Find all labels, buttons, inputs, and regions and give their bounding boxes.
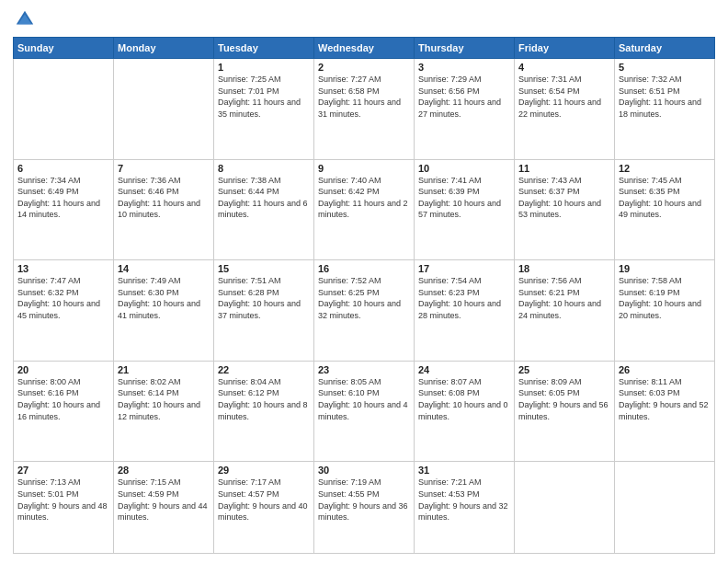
calendar-cell: 28Sunrise: 7:15 AM Sunset: 4:59 PM Dayli… [114, 462, 214, 554]
calendar-cell: 23Sunrise: 8:05 AM Sunset: 6:10 PM Dayli… [314, 361, 415, 462]
day-info: Sunrise: 8:05 AM Sunset: 6:10 PM Dayligh… [318, 376, 410, 422]
calendar-cell: 29Sunrise: 7:17 AM Sunset: 4:57 PM Dayli… [214, 462, 314, 554]
day-info: Sunrise: 7:58 AM Sunset: 6:19 PM Dayligh… [619, 275, 711, 321]
day-number: 4 [518, 62, 610, 73]
weekday-header-monday: Monday [114, 38, 214, 59]
day-number: 19 [619, 263, 711, 274]
day-number: 21 [118, 364, 210, 375]
day-info: Sunrise: 8:11 AM Sunset: 6:03 PM Dayligh… [619, 376, 711, 422]
day-info: Sunrise: 7:49 AM Sunset: 6:30 PM Dayligh… [118, 275, 210, 321]
day-info: Sunrise: 8:09 AM Sunset: 6:05 PM Dayligh… [518, 376, 610, 422]
calendar-cell: 27Sunrise: 7:13 AM Sunset: 5:01 PM Dayli… [14, 462, 114, 554]
weekday-header-wednesday: Wednesday [314, 38, 415, 59]
day-number: 29 [218, 465, 310, 476]
calendar-cell: 2Sunrise: 7:27 AM Sunset: 6:58 PM Daylig… [314, 59, 415, 160]
weekday-header-sunday: Sunday [14, 38, 114, 59]
day-info: Sunrise: 7:51 AM Sunset: 6:28 PM Dayligh… [218, 275, 310, 321]
day-info: Sunrise: 7:32 AM Sunset: 6:51 PM Dayligh… [619, 74, 711, 120]
day-number: 23 [318, 364, 410, 375]
calendar-week-2: 6Sunrise: 7:34 AM Sunset: 6:49 PM Daylig… [14, 159, 715, 260]
day-info: Sunrise: 7:47 AM Sunset: 6:32 PM Dayligh… [17, 275, 109, 321]
day-number: 25 [518, 364, 610, 375]
calendar-cell: 4Sunrise: 7:31 AM Sunset: 6:54 PM Daylig… [515, 59, 615, 160]
calendar-cell: 24Sunrise: 8:07 AM Sunset: 6:08 PM Dayli… [415, 361, 515, 462]
day-number: 9 [318, 163, 410, 174]
calendar-cell: 30Sunrise: 7:19 AM Sunset: 4:55 PM Dayli… [314, 462, 415, 554]
logo [13, 9, 35, 29]
day-number: 7 [118, 163, 210, 174]
calendar-cell: 18Sunrise: 7:56 AM Sunset: 6:21 PM Dayli… [515, 260, 615, 362]
day-number: 11 [518, 163, 610, 174]
calendar-cell: 26Sunrise: 8:11 AM Sunset: 6:03 PM Dayli… [615, 361, 715, 462]
day-number: 26 [619, 364, 711, 375]
day-info: Sunrise: 7:54 AM Sunset: 6:23 PM Dayligh… [418, 275, 510, 321]
calendar-cell: 14Sunrise: 7:49 AM Sunset: 6:30 PM Dayli… [114, 260, 214, 362]
calendar-week-3: 13Sunrise: 7:47 AM Sunset: 6:32 PM Dayli… [14, 260, 715, 362]
day-number: 6 [17, 163, 109, 174]
calendar-cell: 25Sunrise: 8:09 AM Sunset: 6:05 PM Dayli… [515, 361, 615, 462]
calendar-cell: 7Sunrise: 7:36 AM Sunset: 6:46 PM Daylig… [114, 159, 214, 260]
day-number: 12 [619, 163, 711, 174]
day-number: 31 [418, 465, 510, 476]
day-number: 3 [418, 62, 510, 73]
calendar-cell: 17Sunrise: 7:54 AM Sunset: 6:23 PM Dayli… [415, 260, 515, 362]
day-info: Sunrise: 7:43 AM Sunset: 6:37 PM Dayligh… [518, 175, 610, 221]
day-info: Sunrise: 7:41 AM Sunset: 6:39 PM Dayligh… [418, 175, 510, 221]
day-number: 22 [218, 364, 310, 375]
header [13, 9, 715, 29]
day-number: 20 [17, 364, 109, 375]
day-info: Sunrise: 7:13 AM Sunset: 5:01 PM Dayligh… [17, 477, 109, 523]
day-info: Sunrise: 7:17 AM Sunset: 4:57 PM Dayligh… [218, 477, 310, 523]
weekday-header-friday: Friday [515, 38, 615, 59]
calendar-week-1: 1Sunrise: 7:25 AM Sunset: 7:01 PM Daylig… [14, 59, 715, 160]
day-number: 17 [418, 263, 510, 274]
calendar-cell: 21Sunrise: 8:02 AM Sunset: 6:14 PM Dayli… [114, 361, 214, 462]
calendar-cell: 9Sunrise: 7:40 AM Sunset: 6:42 PM Daylig… [314, 159, 415, 260]
day-number: 27 [17, 465, 109, 476]
day-number: 10 [418, 163, 510, 174]
calendar-cell: 19Sunrise: 7:58 AM Sunset: 6:19 PM Dayli… [615, 260, 715, 362]
day-info: Sunrise: 7:21 AM Sunset: 4:53 PM Dayligh… [418, 477, 510, 523]
weekday-header-tuesday: Tuesday [214, 38, 314, 59]
weekday-header-row: SundayMondayTuesdayWednesdayThursdayFrid… [14, 38, 715, 59]
weekday-header-saturday: Saturday [615, 38, 715, 59]
calendar-cell [615, 462, 715, 554]
day-number: 24 [418, 364, 510, 375]
day-info: Sunrise: 7:27 AM Sunset: 6:58 PM Dayligh… [318, 74, 410, 120]
day-number: 28 [118, 465, 210, 476]
calendar-cell: 5Sunrise: 7:32 AM Sunset: 6:51 PM Daylig… [615, 59, 715, 160]
main-container: SundayMondayTuesdayWednesdayThursdayFrid… [0, 0, 728, 563]
calendar-cell: 20Sunrise: 8:00 AM Sunset: 6:16 PM Dayli… [14, 361, 114, 462]
day-number: 5 [619, 62, 711, 73]
day-info: Sunrise: 7:31 AM Sunset: 6:54 PM Dayligh… [518, 74, 610, 120]
calendar-cell: 22Sunrise: 8:04 AM Sunset: 6:12 PM Dayli… [214, 361, 314, 462]
day-info: Sunrise: 7:36 AM Sunset: 6:46 PM Dayligh… [118, 175, 210, 221]
calendar-cell: 31Sunrise: 7:21 AM Sunset: 4:53 PM Dayli… [415, 462, 515, 554]
day-number: 18 [518, 263, 610, 274]
day-info: Sunrise: 7:40 AM Sunset: 6:42 PM Dayligh… [318, 175, 410, 221]
calendar-cell [515, 462, 615, 554]
day-info: Sunrise: 7:45 AM Sunset: 6:35 PM Dayligh… [619, 175, 711, 221]
calendar-week-4: 20Sunrise: 8:00 AM Sunset: 6:16 PM Dayli… [14, 361, 715, 462]
day-number: 8 [218, 163, 310, 174]
calendar-cell [114, 59, 214, 160]
calendar-cell: 13Sunrise: 7:47 AM Sunset: 6:32 PM Dayli… [14, 260, 114, 362]
calendar-week-5: 27Sunrise: 7:13 AM Sunset: 5:01 PM Dayli… [14, 462, 715, 554]
calendar-cell: 1Sunrise: 7:25 AM Sunset: 7:01 PM Daylig… [214, 59, 314, 160]
day-info: Sunrise: 7:19 AM Sunset: 4:55 PM Dayligh… [318, 477, 410, 523]
day-info: Sunrise: 8:00 AM Sunset: 6:16 PM Dayligh… [17, 376, 109, 422]
day-info: Sunrise: 8:02 AM Sunset: 6:14 PM Dayligh… [118, 376, 210, 422]
day-number: 1 [218, 62, 310, 73]
calendar-cell: 10Sunrise: 7:41 AM Sunset: 6:39 PM Dayli… [415, 159, 515, 260]
calendar-cell: 15Sunrise: 7:51 AM Sunset: 6:28 PM Dayli… [214, 260, 314, 362]
calendar-table: SundayMondayTuesdayWednesdayThursdayFrid… [13, 37, 715, 554]
calendar-cell: 16Sunrise: 7:52 AM Sunset: 6:25 PM Dayli… [314, 260, 415, 362]
day-info: Sunrise: 7:15 AM Sunset: 4:59 PM Dayligh… [118, 477, 210, 523]
day-info: Sunrise: 7:56 AM Sunset: 6:21 PM Dayligh… [518, 275, 610, 321]
day-info: Sunrise: 8:04 AM Sunset: 6:12 PM Dayligh… [218, 376, 310, 422]
day-number: 16 [318, 263, 410, 274]
day-number: 15 [218, 263, 310, 274]
calendar-cell: 3Sunrise: 7:29 AM Sunset: 6:56 PM Daylig… [415, 59, 515, 160]
day-info: Sunrise: 8:07 AM Sunset: 6:08 PM Dayligh… [418, 376, 510, 422]
calendar-cell: 11Sunrise: 7:43 AM Sunset: 6:37 PM Dayli… [515, 159, 615, 260]
